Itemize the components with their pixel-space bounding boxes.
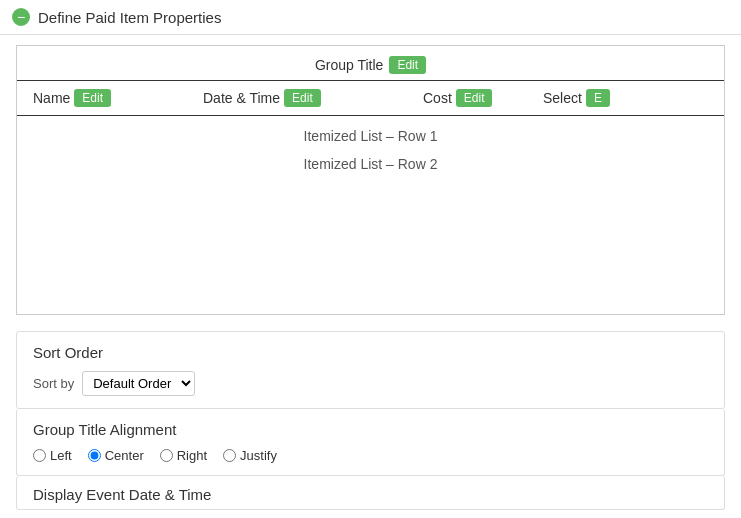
col-name-edit-button[interactable]: Edit bbox=[74, 89, 111, 107]
alignment-section-title: Group Title Alignment bbox=[33, 421, 708, 438]
col-select-header: Select E bbox=[543, 89, 623, 107]
alignment-center-label[interactable]: Center bbox=[88, 448, 144, 463]
alignment-right-text: Right bbox=[177, 448, 207, 463]
alignment-right-label[interactable]: Right bbox=[160, 448, 207, 463]
alignment-justify-text: Justify bbox=[240, 448, 277, 463]
col-name-label: Name bbox=[33, 90, 70, 106]
page-title: Define Paid Item Properties bbox=[38, 9, 221, 26]
sort-order-select[interactable]: Default Order Name Date Cost bbox=[82, 371, 195, 396]
alignment-left-label[interactable]: Left bbox=[33, 448, 72, 463]
display-event-section: Display Event Date & Time bbox=[16, 476, 725, 510]
col-name-header: Name Edit bbox=[33, 89, 203, 107]
alignment-left-radio[interactable] bbox=[33, 449, 46, 462]
alignment-center-radio[interactable] bbox=[88, 449, 101, 462]
sort-by-label: Sort by bbox=[33, 376, 74, 391]
page-header: Define Paid Item Properties bbox=[0, 0, 741, 35]
sort-order-title: Sort Order bbox=[33, 344, 708, 361]
group-title-label: Group Title bbox=[315, 57, 383, 73]
minus-icon[interactable] bbox=[12, 8, 30, 26]
group-title-row: Group Title Edit bbox=[17, 46, 724, 81]
col-datetime-label: Date & Time bbox=[203, 90, 280, 106]
sort-row: Sort by Default Order Name Date Cost bbox=[33, 371, 708, 396]
sort-order-section: Sort Order Sort by Default Order Name Da… bbox=[16, 331, 725, 409]
alignment-right-radio[interactable] bbox=[160, 449, 173, 462]
main-content: Group Title Edit Name Edit Date & Time E… bbox=[0, 35, 741, 518]
preview-area: Group Title Edit Name Edit Date & Time E… bbox=[16, 45, 725, 315]
group-title-edit-button[interactable]: Edit bbox=[389, 56, 426, 74]
column-headers-row: Name Edit Date & Time Edit Cost Edit Sel… bbox=[17, 81, 724, 116]
table-row: Itemized List – Row 2 bbox=[17, 150, 724, 178]
col-cost-label: Cost bbox=[423, 90, 452, 106]
group-title-alignment-section: Group Title Alignment Left Center Right … bbox=[16, 409, 725, 476]
col-datetime-edit-button[interactable]: Edit bbox=[284, 89, 321, 107]
alignment-options-row: Left Center Right Justify bbox=[33, 448, 708, 463]
data-rows: Itemized List – Row 1 Itemized List – Ro… bbox=[17, 116, 724, 184]
alignment-left-text: Left bbox=[50, 448, 72, 463]
table-row: Itemized List – Row 1 bbox=[17, 122, 724, 150]
col-cost-edit-button[interactable]: Edit bbox=[456, 89, 493, 107]
alignment-justify-radio[interactable] bbox=[223, 449, 236, 462]
display-event-title: Display Event Date & Time bbox=[33, 486, 708, 503]
col-cost-header: Cost Edit bbox=[423, 89, 543, 107]
alignment-center-text: Center bbox=[105, 448, 144, 463]
col-select-edit-button[interactable]: E bbox=[586, 89, 610, 107]
alignment-justify-label[interactable]: Justify bbox=[223, 448, 277, 463]
col-select-label: Select bbox=[543, 90, 582, 106]
col-datetime-header: Date & Time Edit bbox=[203, 89, 423, 107]
